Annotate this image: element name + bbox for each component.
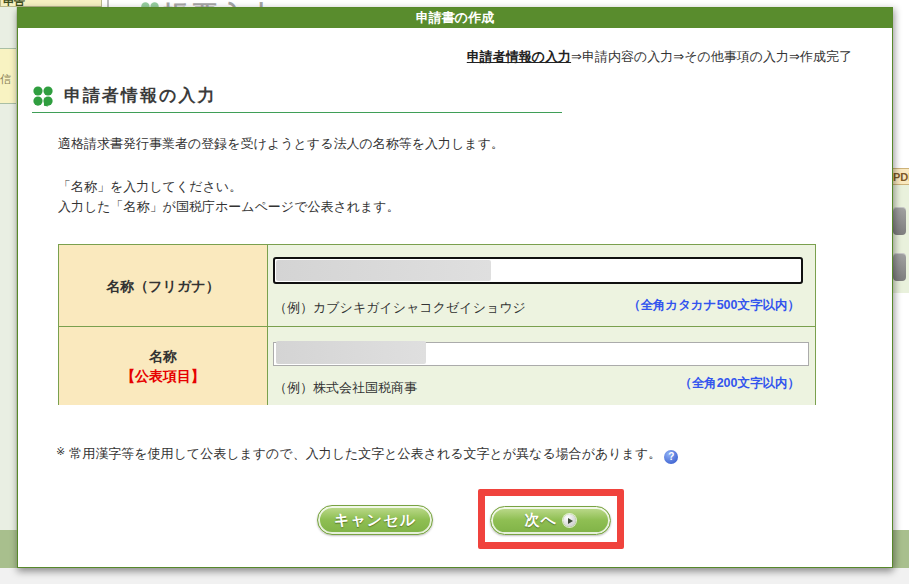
furigana-cell: （例）カブシキガイシャコクゼイショウジ （全角カタカナ500文字以内）	[268, 245, 815, 326]
background-right-footer	[893, 530, 909, 568]
background-bottom-strip	[0, 568, 909, 584]
background-pdf-header: PDF	[893, 168, 909, 185]
description-text: 適格請求書発行事業者の登録を受けようとする法人の名称等を入力します。	[58, 135, 504, 153]
background-tab-fragment: 申告	[0, 0, 102, 7]
name-label: 名称 【公表項目】	[59, 327, 268, 405]
background-right-panel	[893, 185, 909, 293]
note-text: 常用漢字等を使用して公表しますので、入力した文字と公表される文字とが異なる場合が…	[69, 446, 661, 461]
background-hidden-button[interactable]	[893, 253, 906, 281]
field-label: 名称	[149, 346, 177, 366]
redacted-value	[276, 341, 426, 364]
table-row: 名称（フリガナ） （例）カブシキガイシャコクゼイショウジ （全角カタカナ500文…	[59, 245, 815, 326]
constraint-text: （全角カタカナ500文字以内）	[628, 297, 800, 314]
section-header: 申請者情報の入力	[32, 84, 216, 107]
table-row: 名称 【公表項目】 （例）株式会社国税商事 （全角200文字以内）	[59, 326, 815, 405]
redacted-value	[276, 260, 491, 281]
example-text: （例）株式会社国税商事	[274, 379, 417, 397]
next-button[interactable]: 次へ	[490, 506, 611, 535]
constraint-text: （全角200文字以内）	[679, 375, 800, 392]
cancel-button[interactable]: キャンセル	[317, 505, 433, 535]
step-current-link[interactable]: 申請者情報の入力	[467, 49, 571, 64]
section-divider	[32, 112, 562, 113]
note-marker: ※	[56, 445, 65, 457]
next-button-label: 次へ	[525, 511, 557, 530]
step-remaining: ⇒申請内容の入力⇒その他事項の入力⇒作成完了	[571, 49, 852, 64]
furigana-label: 名称（フリガナ）	[59, 245, 268, 326]
background-divider	[107, 0, 109, 7]
name-cell: （例）株式会社国税商事 （全角200文字以内）	[268, 327, 815, 405]
field-label: 名称（フリガナ）	[106, 276, 219, 296]
background-heading-fragment: 帳票入力	[163, 0, 279, 7]
background-right-strip: PDF	[893, 7, 909, 530]
step-indicator: 申請者情報の入力⇒申請内容の入力⇒その他事項の入力⇒作成完了	[467, 48, 852, 66]
help-icon[interactable]: ?	[664, 450, 678, 464]
background-left-footer	[0, 530, 17, 568]
screen: 申告 帳票入力 信 PDF 申請書の作成 申請者情報の入力⇒申請内容	[0, 0, 909, 584]
background-top-strip: 申告 帳票入力	[0, 0, 909, 7]
publish-item-label: 【公表項目】	[121, 366, 205, 386]
example-text: （例）カブシキガイシャコクゼイショウジ	[274, 299, 526, 317]
instruction-text: 入力した「名称」が国税庁ホームページで公表されます。	[58, 198, 400, 216]
name-entry-table: 名称（フリガナ） （例）カブシキガイシャコクゼイショウジ （全角カタカナ500文…	[58, 244, 816, 405]
clover-icon	[32, 85, 54, 107]
instruction-text: 「名称」を入力してください。	[58, 178, 242, 196]
background-hidden-button[interactable]	[893, 207, 906, 235]
cancel-button-label: キャンセル	[334, 511, 416, 530]
footnote: ※常用漢字等を使用して公表しますので、入力した文字と公表される文字とが異なる場合…	[56, 445, 678, 464]
background-left-strip: 信	[0, 7, 17, 530]
page-title: 申請者情報の入力	[64, 84, 216, 107]
background-menu-fragment: 信	[0, 48, 17, 104]
dialog-title: 申請書の作成	[18, 8, 892, 28]
play-icon	[563, 514, 576, 527]
application-dialog: 申請書の作成 申請者情報の入力⇒申請内容の入力⇒その他事項の入力⇒作成完了 申請…	[17, 7, 893, 568]
